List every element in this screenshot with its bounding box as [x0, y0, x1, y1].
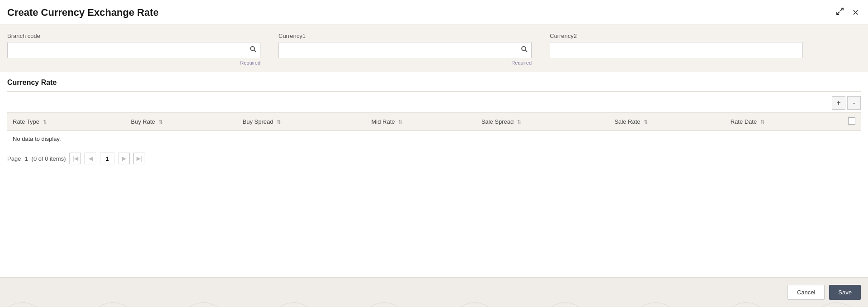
no-data-row: No data to display.	[7, 131, 861, 147]
header-actions: ✕	[834, 5, 861, 19]
footer: Cancel Save	[0, 277, 868, 307]
first-page-button[interactable]: |◀	[69, 153, 81, 164]
currency2-input-wrapper	[550, 42, 803, 58]
pagination: Page 1 (0 of 0 items) |◀ ◀ ▶ ▶|	[7, 147, 861, 169]
sort-icon-rate-type: ⇅	[43, 119, 47, 125]
close-button[interactable]: ✕	[850, 6, 861, 19]
no-data-cell: No data to display.	[7, 131, 861, 147]
currency1-label: Currency1	[278, 33, 532, 39]
next-page-button[interactable]: ▶	[118, 153, 130, 164]
sort-icon-buy-spread: ⇅	[277, 119, 281, 125]
save-button[interactable]: Save	[829, 285, 861, 300]
table-toolbar: + -	[7, 96, 861, 110]
last-page-icon: ▶|	[137, 155, 142, 162]
prev-page-icon: ◀	[89, 155, 93, 162]
col-buy-rate[interactable]: Buy Rate ⇅	[126, 113, 237, 131]
next-page-icon: ▶	[122, 155, 126, 162]
last-page-button[interactable]: ▶|	[133, 153, 145, 164]
page-number-display: 1	[24, 155, 28, 162]
expand-icon	[836, 7, 844, 18]
sort-icon-rate-date: ⇅	[760, 119, 764, 125]
currency1-required: Required	[278, 60, 532, 65]
table-header-row: Rate Type ⇅ Buy Rate ⇅ Buy Spread ⇅ Mid …	[7, 113, 861, 131]
page-label: Page	[7, 155, 21, 162]
col-rate-type[interactable]: Rate Type ⇅	[7, 113, 126, 131]
currency1-group: Currency1 Required	[278, 33, 532, 65]
col-sale-spread[interactable]: Sale Spread ⇅	[476, 113, 609, 131]
footer-background	[0, 278, 868, 307]
currency2-input[interactable]	[550, 42, 803, 58]
items-count: (0 of 0 items)	[32, 155, 66, 162]
currency1-input-wrapper	[278, 42, 532, 58]
branch-code-group: Branch code Required	[7, 33, 260, 65]
sort-icon-mid-rate: ⇅	[398, 119, 402, 125]
modal-header: Create Currency Exchange Rate ✕	[0, 0, 868, 24]
select-all-checkbox[interactable]	[848, 117, 855, 125]
first-page-icon: |◀	[72, 155, 78, 162]
cancel-button[interactable]: Cancel	[788, 285, 825, 300]
modal-title: Create Currency Exchange Rate	[7, 7, 159, 19]
branch-code-required: Required	[7, 60, 260, 65]
col-sale-rate[interactable]: Sale Rate ⇅	[609, 113, 725, 131]
sort-icon-sale-rate: ⇅	[644, 119, 648, 125]
add-row-button[interactable]: +	[832, 96, 845, 110]
col-checkbox	[843, 113, 861, 131]
sort-icon-sale-spread: ⇅	[517, 119, 521, 125]
col-buy-spread[interactable]: Buy Spread ⇅	[237, 113, 366, 131]
currency-rate-table: Rate Type ⇅ Buy Rate ⇅ Buy Spread ⇅ Mid …	[7, 112, 861, 147]
currency1-input[interactable]	[278, 42, 532, 58]
page-input[interactable]	[100, 153, 114, 164]
remove-row-button[interactable]: -	[847, 96, 861, 110]
sort-icon-buy-rate: ⇅	[159, 119, 163, 125]
currency2-group: Currency2	[550, 33, 803, 65]
col-rate-date[interactable]: Rate Date ⇅	[725, 113, 843, 131]
branch-code-label: Branch code	[7, 33, 260, 39]
branch-code-input-wrapper	[7, 42, 260, 58]
currency-rate-title: Currency Rate	[7, 79, 861, 92]
expand-button[interactable]	[834, 5, 846, 19]
modal-container: Create Currency Exchange Rate ✕ Branch c…	[0, 0, 868, 307]
form-section: Branch code Required Currency1	[0, 24, 868, 72]
currency2-label: Currency2	[550, 33, 803, 39]
col-mid-rate[interactable]: Mid Rate ⇅	[366, 113, 476, 131]
close-icon: ✕	[852, 8, 859, 18]
currency-rate-section: Currency Rate + - Rate Type ⇅ Buy Rate ⇅…	[0, 72, 868, 277]
branch-code-input[interactable]	[7, 42, 260, 58]
prev-page-button[interactable]: ◀	[85, 153, 96, 164]
